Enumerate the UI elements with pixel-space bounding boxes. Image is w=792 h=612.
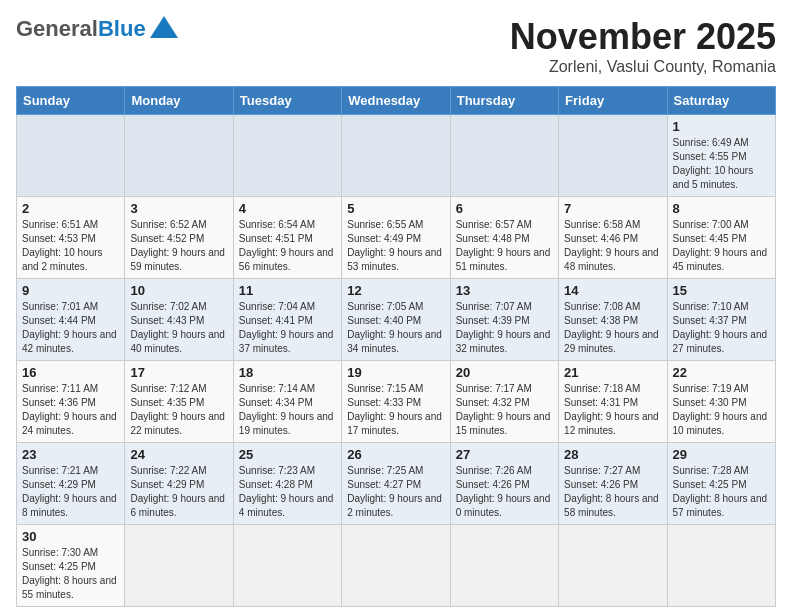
- calendar-cell: [342, 525, 450, 607]
- day-info: Sunrise: 7:19 AM Sunset: 4:30 PM Dayligh…: [673, 382, 770, 438]
- calendar-cell: 6Sunrise: 6:57 AM Sunset: 4:48 PM Daylig…: [450, 197, 558, 279]
- calendar-cell: [233, 115, 341, 197]
- day-info: Sunrise: 7:17 AM Sunset: 4:32 PM Dayligh…: [456, 382, 553, 438]
- day-info: Sunrise: 7:26 AM Sunset: 4:26 PM Dayligh…: [456, 464, 553, 520]
- day-number: 23: [22, 447, 119, 462]
- calendar-cell: 7Sunrise: 6:58 AM Sunset: 4:46 PM Daylig…: [559, 197, 667, 279]
- day-info: Sunrise: 6:51 AM Sunset: 4:53 PM Dayligh…: [22, 218, 119, 274]
- day-info: Sunrise: 7:21 AM Sunset: 4:29 PM Dayligh…: [22, 464, 119, 520]
- calendar-cell: 23Sunrise: 7:21 AM Sunset: 4:29 PM Dayli…: [17, 443, 125, 525]
- logo-blue-text: Blue: [98, 16, 146, 42]
- day-info: Sunrise: 7:25 AM Sunset: 4:27 PM Dayligh…: [347, 464, 444, 520]
- logo-general-text: General: [16, 16, 98, 42]
- calendar-week-row: 23Sunrise: 7:21 AM Sunset: 4:29 PM Dayli…: [17, 443, 776, 525]
- calendar-cell: 15Sunrise: 7:10 AM Sunset: 4:37 PM Dayli…: [667, 279, 775, 361]
- calendar-cell: 1Sunrise: 6:49 AM Sunset: 4:55 PM Daylig…: [667, 115, 775, 197]
- day-number: 10: [130, 283, 227, 298]
- day-number: 19: [347, 365, 444, 380]
- calendar-header-row: SundayMondayTuesdayWednesdayThursdayFrid…: [17, 87, 776, 115]
- calendar-cell: 28Sunrise: 7:27 AM Sunset: 4:26 PM Dayli…: [559, 443, 667, 525]
- day-info: Sunrise: 7:10 AM Sunset: 4:37 PM Dayligh…: [673, 300, 770, 356]
- header: General Blue November 2025 Zorleni, Vasl…: [16, 16, 776, 76]
- day-number: 20: [456, 365, 553, 380]
- calendar-cell: 16Sunrise: 7:11 AM Sunset: 4:36 PM Dayli…: [17, 361, 125, 443]
- day-number: 29: [673, 447, 770, 462]
- calendar-cell: 8Sunrise: 7:00 AM Sunset: 4:45 PM Daylig…: [667, 197, 775, 279]
- day-number: 16: [22, 365, 119, 380]
- day-number: 13: [456, 283, 553, 298]
- calendar-cell: 27Sunrise: 7:26 AM Sunset: 4:26 PM Dayli…: [450, 443, 558, 525]
- calendar-cell: 29Sunrise: 7:28 AM Sunset: 4:25 PM Dayli…: [667, 443, 775, 525]
- day-number: 8: [673, 201, 770, 216]
- month-title: November 2025: [510, 16, 776, 58]
- title-area: November 2025 Zorleni, Vaslui County, Ro…: [510, 16, 776, 76]
- day-info: Sunrise: 7:14 AM Sunset: 4:34 PM Dayligh…: [239, 382, 336, 438]
- day-number: 17: [130, 365, 227, 380]
- calendar-cell: 5Sunrise: 6:55 AM Sunset: 4:49 PM Daylig…: [342, 197, 450, 279]
- calendar-cell: 12Sunrise: 7:05 AM Sunset: 4:40 PM Dayli…: [342, 279, 450, 361]
- calendar-cell: 3Sunrise: 6:52 AM Sunset: 4:52 PM Daylig…: [125, 197, 233, 279]
- day-number: 30: [22, 529, 119, 544]
- day-number: 14: [564, 283, 661, 298]
- calendar-cell: [17, 115, 125, 197]
- day-info: Sunrise: 7:05 AM Sunset: 4:40 PM Dayligh…: [347, 300, 444, 356]
- column-header-thursday: Thursday: [450, 87, 558, 115]
- day-number: 25: [239, 447, 336, 462]
- calendar-cell: [342, 115, 450, 197]
- calendar-cell: 4Sunrise: 6:54 AM Sunset: 4:51 PM Daylig…: [233, 197, 341, 279]
- day-info: Sunrise: 7:28 AM Sunset: 4:25 PM Dayligh…: [673, 464, 770, 520]
- logo: General Blue: [16, 16, 178, 42]
- calendar-cell: 22Sunrise: 7:19 AM Sunset: 4:30 PM Dayli…: [667, 361, 775, 443]
- day-number: 4: [239, 201, 336, 216]
- column-header-sunday: Sunday: [17, 87, 125, 115]
- column-header-wednesday: Wednesday: [342, 87, 450, 115]
- day-info: Sunrise: 6:49 AM Sunset: 4:55 PM Dayligh…: [673, 136, 770, 192]
- calendar-cell: 13Sunrise: 7:07 AM Sunset: 4:39 PM Dayli…: [450, 279, 558, 361]
- calendar-cell: [559, 115, 667, 197]
- day-number: 24: [130, 447, 227, 462]
- location-subtitle: Zorleni, Vaslui County, Romania: [510, 58, 776, 76]
- day-number: 11: [239, 283, 336, 298]
- day-info: Sunrise: 7:08 AM Sunset: 4:38 PM Dayligh…: [564, 300, 661, 356]
- calendar-cell: 18Sunrise: 7:14 AM Sunset: 4:34 PM Dayli…: [233, 361, 341, 443]
- logo-triangle-icon: [150, 16, 178, 38]
- calendar-week-row: 9Sunrise: 7:01 AM Sunset: 4:44 PM Daylig…: [17, 279, 776, 361]
- calendar-cell: 19Sunrise: 7:15 AM Sunset: 4:33 PM Dayli…: [342, 361, 450, 443]
- calendar-week-row: 2Sunrise: 6:51 AM Sunset: 4:53 PM Daylig…: [17, 197, 776, 279]
- calendar-cell: 14Sunrise: 7:08 AM Sunset: 4:38 PM Dayli…: [559, 279, 667, 361]
- calendar-cell: 25Sunrise: 7:23 AM Sunset: 4:28 PM Dayli…: [233, 443, 341, 525]
- calendar-cell: 17Sunrise: 7:12 AM Sunset: 4:35 PM Dayli…: [125, 361, 233, 443]
- day-info: Sunrise: 6:58 AM Sunset: 4:46 PM Dayligh…: [564, 218, 661, 274]
- calendar-cell: 10Sunrise: 7:02 AM Sunset: 4:43 PM Dayli…: [125, 279, 233, 361]
- day-info: Sunrise: 7:02 AM Sunset: 4:43 PM Dayligh…: [130, 300, 227, 356]
- calendar-cell: 26Sunrise: 7:25 AM Sunset: 4:27 PM Dayli…: [342, 443, 450, 525]
- calendar-cell: 30Sunrise: 7:30 AM Sunset: 4:25 PM Dayli…: [17, 525, 125, 607]
- day-number: 12: [347, 283, 444, 298]
- day-info: Sunrise: 7:15 AM Sunset: 4:33 PM Dayligh…: [347, 382, 444, 438]
- day-number: 18: [239, 365, 336, 380]
- day-number: 9: [22, 283, 119, 298]
- calendar-cell: [667, 525, 775, 607]
- day-info: Sunrise: 6:55 AM Sunset: 4:49 PM Dayligh…: [347, 218, 444, 274]
- calendar-cell: [125, 115, 233, 197]
- day-number: 27: [456, 447, 553, 462]
- day-number: 7: [564, 201, 661, 216]
- day-info: Sunrise: 7:00 AM Sunset: 4:45 PM Dayligh…: [673, 218, 770, 274]
- day-info: Sunrise: 7:12 AM Sunset: 4:35 PM Dayligh…: [130, 382, 227, 438]
- calendar-cell: 2Sunrise: 6:51 AM Sunset: 4:53 PM Daylig…: [17, 197, 125, 279]
- day-number: 28: [564, 447, 661, 462]
- calendar-cell: [450, 525, 558, 607]
- day-info: Sunrise: 7:04 AM Sunset: 4:41 PM Dayligh…: [239, 300, 336, 356]
- calendar-cell: 21Sunrise: 7:18 AM Sunset: 4:31 PM Dayli…: [559, 361, 667, 443]
- column-header-tuesday: Tuesday: [233, 87, 341, 115]
- calendar-cell: [233, 525, 341, 607]
- day-number: 26: [347, 447, 444, 462]
- calendar-cell: [125, 525, 233, 607]
- day-number: 1: [673, 119, 770, 134]
- day-info: Sunrise: 7:30 AM Sunset: 4:25 PM Dayligh…: [22, 546, 119, 602]
- day-number: 21: [564, 365, 661, 380]
- day-number: 15: [673, 283, 770, 298]
- day-info: Sunrise: 7:01 AM Sunset: 4:44 PM Dayligh…: [22, 300, 119, 356]
- day-info: Sunrise: 7:22 AM Sunset: 4:29 PM Dayligh…: [130, 464, 227, 520]
- calendar-cell: [559, 525, 667, 607]
